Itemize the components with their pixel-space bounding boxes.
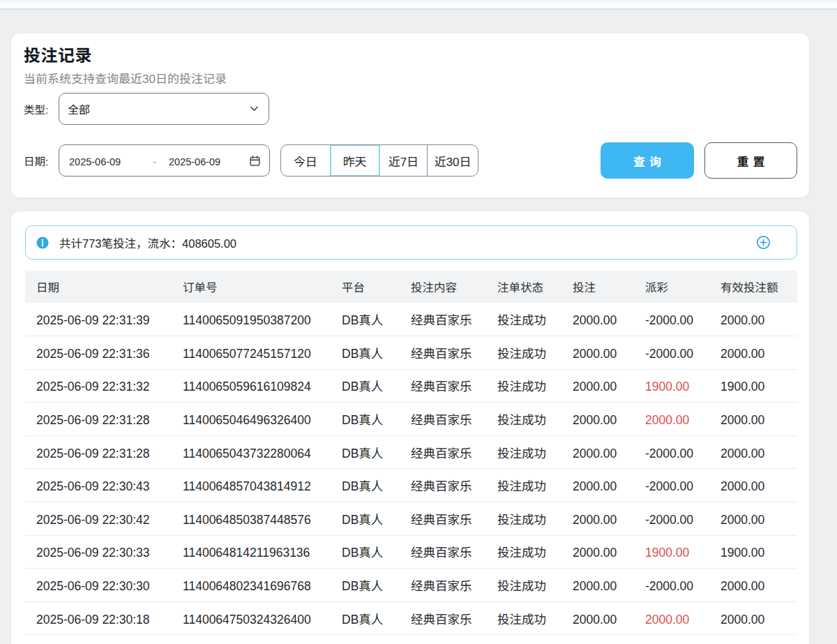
cell-valid-bet: 2000.00	[709, 502, 797, 536]
cell-bet: 2000.00	[561, 535, 634, 569]
cell-platform: DB真人	[331, 569, 400, 602]
quick-range-7days[interactable]: 近7日	[379, 145, 428, 176]
type-select[interactable]: 全部	[59, 93, 269, 125]
type-select-value: 全部	[68, 100, 250, 117]
cell-platform: DB真人	[331, 535, 400, 569]
cell-date: 2025-06-09 22:30:42	[25, 502, 172, 536]
cell-bet: 2000.00	[561, 469, 634, 502]
type-label: 类型:	[24, 101, 59, 117]
col-header-content: 投注内容	[400, 271, 486, 303]
reset-button[interactable]: 重置	[704, 142, 797, 179]
date-range-input[interactable]: 2025-06-09 - 2025-06-09	[59, 144, 270, 177]
chevron-down-icon	[250, 106, 258, 112]
query-button[interactable]: 查询	[601, 142, 694, 179]
cell-order-id: 1140064802341696768	[172, 569, 331, 602]
cell-date: 2025-06-09 22:31:39	[25, 303, 172, 336]
table-row: 2025-06-09 22:30:42 1140064850387448576 …	[25, 502, 797, 536]
cell-bet: 2000.00	[561, 336, 634, 370]
cell-platform: DB真人	[331, 303, 400, 336]
cell-date: 2025-06-09 22:31:36	[25, 336, 172, 370]
cell-bet: 2000.00	[561, 502, 634, 536]
quick-range-today[interactable]: 今日	[281, 145, 330, 176]
col-header-order-id: 订单号	[172, 271, 331, 303]
cell-payout: 1900.00	[634, 369, 709, 403]
filter-card: 投注记录 当前系统支持查询最近30日的投注记录 类型: 全部 日期: 2025-…	[11, 33, 809, 197]
cell-date: 2025-06-09 22:31:32	[25, 369, 172, 403]
cell-order-id: 1140064850387448576	[172, 502, 331, 536]
cell-status: 投注成功	[486, 535, 561, 569]
summary-alert: 共计773笔投注，流水：408605.00	[25, 225, 797, 260]
col-header-status: 注单状态	[486, 271, 561, 303]
table-row: 2025-06-09 22:30:18 1140064750324326400 …	[25, 601, 797, 635]
date-range-separator: -	[153, 153, 156, 168]
cell-status: 投注成功	[486, 369, 561, 403]
cell-date: 2025-06-09 22:30:43	[25, 469, 172, 502]
top-navbar-edge	[0, 0, 837, 10]
cell-content: 经典百家乐	[400, 303, 486, 336]
bet-records-table: 日期 订单号 平台 投注内容 注单状态 投注 派彩 有效投注额 2025-06-…	[25, 271, 797, 635]
table-row: 2025-06-09 22:31:39 1140065091950387200 …	[25, 303, 797, 336]
cell-order-id: 1140065091950387200	[172, 303, 331, 336]
cell-valid-bet: 2000.00	[709, 403, 797, 436]
cell-platform: DB真人	[331, 336, 400, 370]
date-label: 日期:	[24, 153, 59, 168]
cell-valid-bet: 1900.00	[709, 369, 797, 403]
cell-payout: 1900.00	[634, 535, 709, 569]
table-row: 2025-06-09 22:31:28 1140065046496326400 …	[25, 403, 797, 436]
cell-platform: DB真人	[331, 502, 400, 536]
cell-status: 投注成功	[486, 336, 561, 370]
cell-payout: -2000.00	[634, 435, 709, 469]
cell-status: 投注成功	[486, 403, 561, 436]
cell-bet: 2000.00	[561, 601, 634, 635]
col-header-date: 日期	[25, 271, 172, 303]
col-header-platform: 平台	[331, 271, 400, 303]
cell-content: 经典百家乐	[400, 403, 486, 436]
cell-order-id: 1140065043732280064	[172, 435, 331, 469]
cell-date: 2025-06-09 22:30:33	[25, 535, 172, 569]
cell-status: 投注成功	[486, 303, 561, 336]
expand-plus-icon[interactable]	[757, 236, 770, 249]
cell-valid-bet: 2000.00	[709, 336, 797, 370]
cell-bet: 2000.00	[561, 435, 634, 469]
cell-content: 经典百家乐	[400, 601, 486, 635]
cell-payout: 2000.00	[634, 403, 709, 436]
cell-order-id: 1140064857043814912	[172, 469, 331, 502]
cell-order-id: 1140065077245157120	[172, 336, 331, 370]
cell-date: 2025-06-09 22:30:18	[25, 601, 172, 635]
cell-status: 投注成功	[486, 601, 561, 635]
cell-platform: DB真人	[331, 369, 400, 403]
cell-payout: -2000.00	[634, 569, 709, 602]
table-row: 2025-06-09 22:31:32 1140065059616109824 …	[25, 369, 797, 403]
info-icon	[36, 237, 49, 249]
calendar-icon	[250, 156, 260, 166]
page-subtitle: 当前系统支持查询最近30日的投注记录	[24, 70, 797, 86]
quick-range-yesterday[interactable]: 昨天	[330, 145, 379, 176]
page-title: 投注记录	[24, 43, 797, 66]
cell-payout: -2000.00	[634, 303, 709, 336]
cell-valid-bet: 2000.00	[709, 569, 797, 602]
cell-bet: 2000.00	[561, 369, 634, 403]
cell-valid-bet: 2000.00	[709, 435, 797, 469]
date-end-value[interactable]: 2025-06-09	[169, 153, 220, 168]
table-row: 2025-06-09 22:31:28 1140065043732280064 …	[25, 435, 797, 469]
cell-platform: DB真人	[331, 403, 400, 436]
table-row: 2025-06-09 22:31:36 1140065077245157120 …	[25, 336, 797, 370]
cell-content: 经典百家乐	[400, 502, 486, 536]
cell-bet: 2000.00	[561, 303, 634, 336]
col-header-bet: 投注	[561, 271, 634, 303]
cell-payout: -2000.00	[634, 502, 709, 536]
cell-date: 2025-06-09 22:31:28	[25, 435, 172, 469]
results-card: 共计773笔投注，流水：408605.00 日期 订单号 平台 投注内容 注单状…	[11, 211, 809, 644]
col-header-payout: 派彩	[634, 271, 709, 303]
cell-payout: -2000.00	[634, 469, 709, 502]
quick-range-group: 今日 昨天 近7日 近30日	[280, 144, 478, 177]
cell-status: 投注成功	[486, 435, 561, 469]
cell-date: 2025-06-09 22:30:30	[25, 569, 172, 602]
table-row: 2025-06-09 22:30:30 1140064802341696768 …	[25, 569, 797, 602]
cell-order-id: 1140065059616109824	[172, 369, 331, 403]
table-row: 2025-06-09 22:30:33 1140064814211963136 …	[25, 535, 797, 569]
date-start-value[interactable]: 2025-06-09	[69, 153, 121, 168]
cell-platform: DB真人	[331, 469, 400, 502]
cell-valid-bet: 2000.00	[709, 303, 797, 336]
quick-range-30days[interactable]: 近30日	[427, 145, 478, 176]
